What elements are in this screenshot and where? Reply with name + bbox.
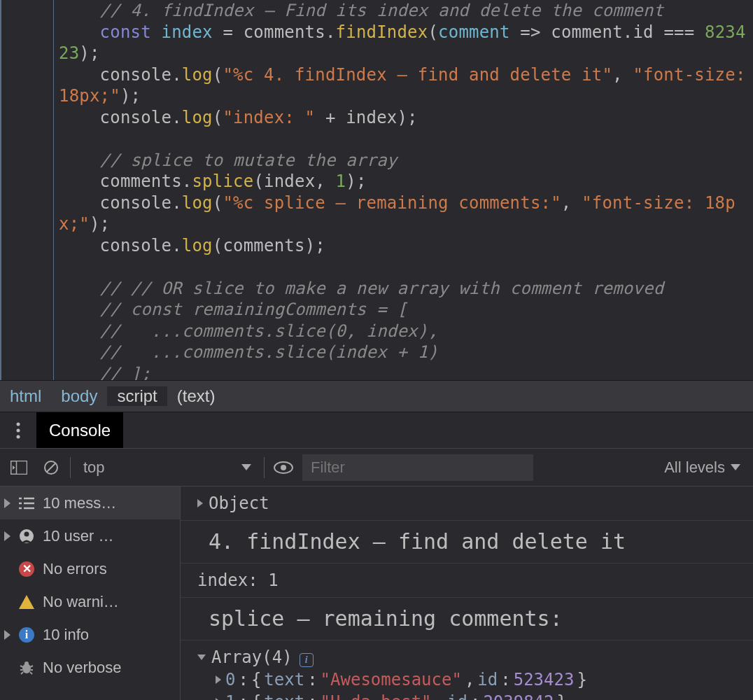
dom-breadcrumb: html body script (text) [0,380,753,412]
sidebar-item-label: No verbose [43,659,180,677]
svg-point-17 [24,531,29,536]
svg-line-24 [21,672,23,674]
svg-point-19 [24,662,29,666]
user-icon [17,527,36,545]
sidebar-item-user[interactable]: 10 user … [0,519,180,552]
code-method: findIndex [336,22,428,42]
code-ident: comments [244,22,325,42]
array-item[interactable]: 0: {text: "Awesomesauce", id: 523423} [216,668,749,691]
source-code[interactable]: // 4. findIndex – Find its index and del… [1,0,753,380]
source-panel: // 4. findIndex – Find its index and del… [0,0,753,380]
console-message-object[interactable]: Object [181,486,753,521]
source-gutter [1,0,54,380]
code-comment: // ...comments.slice(0, index), [100,321,438,341]
sidebar-item-label: No errors [43,560,180,578]
code-punc: . [171,193,182,213]
console-message-array[interactable]: Array(4) i 0: {text: "Awesomesauce", id:… [181,640,753,700]
console-toolbar: top All levels [0,449,753,486]
code-punc: ); [346,172,366,191]
array-item[interactable]: 1: {text: "U da best", id: 2039842} [216,691,749,700]
code-plain: = [213,22,244,42]
code-punc: ); [79,43,99,63]
log-levels-select[interactable]: All levels [664,458,747,477]
code-ident: comment [551,22,623,42]
console-sidebar: 10 mess… 10 user … ✕ No errors No warni…… [0,486,181,700]
sidebar-item-errors[interactable]: ✕ No errors [0,552,180,585]
item-id: 2039842 [483,691,554,700]
code-punc: ( [428,22,438,42]
code-punc: ); [120,86,141,106]
sidebar-item-messages[interactable]: 10 mess… [0,486,180,519]
sidebar-item-label: 10 user … [43,527,180,545]
context-select[interactable]: top [76,454,258,481]
breadcrumb-body[interactable]: body [51,386,107,406]
code-punc: ); [305,236,325,255]
levels-label: All levels [664,458,725,477]
sidebar-item-label: No warni… [43,593,180,611]
item-id: 523423 [514,668,575,691]
breadcrumb-html[interactable]: html [0,386,51,406]
chevron-down-icon [241,464,251,470]
svg-line-20 [20,666,23,667]
array-index: 1 [225,691,235,700]
tab-console[interactable]: Console [36,412,123,448]
code-punc: ( [213,108,223,127]
info-badge-icon[interactable]: i [300,653,314,667]
code-comment: // splice to mutate the array [100,150,397,170]
code-comment: // ]; [100,364,151,381]
message-text: index: 1 [197,569,749,592]
more-tools-icon[interactable] [0,412,36,448]
expand-icon [4,531,10,541]
object-label: Object [209,492,269,514]
svg-point-1 [17,428,20,432]
code-punc: ( [213,193,223,213]
code-ident: console [100,236,172,255]
svg-point-9 [281,465,286,470]
collapse-icon[interactable] [197,654,206,660]
code-punc: , [612,65,633,85]
console-body: 10 mess… 10 user … ✕ No errors No warni…… [0,486,753,700]
code-ident: comments [223,236,304,255]
message-text: splice – remaining comments: [209,603,749,634]
info-icon: i [17,626,36,644]
code-number: 1 [336,172,346,191]
code-punc: . [171,65,182,85]
code-arrow: => [510,22,551,42]
live-expression-icon[interactable] [270,454,297,481]
breadcrumb-script[interactable]: script [107,386,167,406]
console-message-headline[interactable]: splice – remaining comments: [181,598,753,640]
svg-marker-5 [13,465,15,470]
clear-console-icon[interactable] [38,454,64,481]
code-punc: ); [90,214,110,234]
console-message-index[interactable]: index: 1 [181,564,753,598]
expand-icon[interactable] [197,499,203,507]
expand-icon [4,630,10,640]
code-method: log [182,65,213,85]
code-string: "%c 4. findIndex – find and delete it" [223,65,612,85]
expand-icon[interactable] [216,676,221,684]
context-label: top [83,458,105,477]
message-text: 4. findIndex – find and delete it [209,526,749,557]
breadcrumb-text[interactable]: (text) [167,386,225,406]
sidebar-item-warnings[interactable]: No warni… [0,585,180,618]
toolbar-separator [264,457,265,478]
toggle-sidebar-icon[interactable] [6,454,32,481]
code-method: log [182,236,213,255]
error-icon: ✕ [17,560,36,578]
array-index: 0 [225,668,235,691]
code-string: "index: " [223,108,315,127]
sidebar-item-info[interactable]: i 10 info [0,618,180,651]
code-method: log [182,193,213,213]
code-punc: ( [253,172,264,191]
filter-input[interactable] [302,454,533,481]
item-text: Awesomesauce [330,670,451,690]
code-punc: , [561,193,582,213]
svg-line-21 [30,666,33,667]
sidebar-item-verbose[interactable]: No verbose [0,651,180,684]
warning-icon [17,593,36,611]
item-text: U da best [330,692,421,700]
code-method: splice [192,172,253,191]
code-prop: id [633,22,653,42]
console-message-headline[interactable]: 4. findIndex – find and delete it [181,521,753,564]
code-comment: // 4. findIndex – Find its index and del… [100,1,664,20]
